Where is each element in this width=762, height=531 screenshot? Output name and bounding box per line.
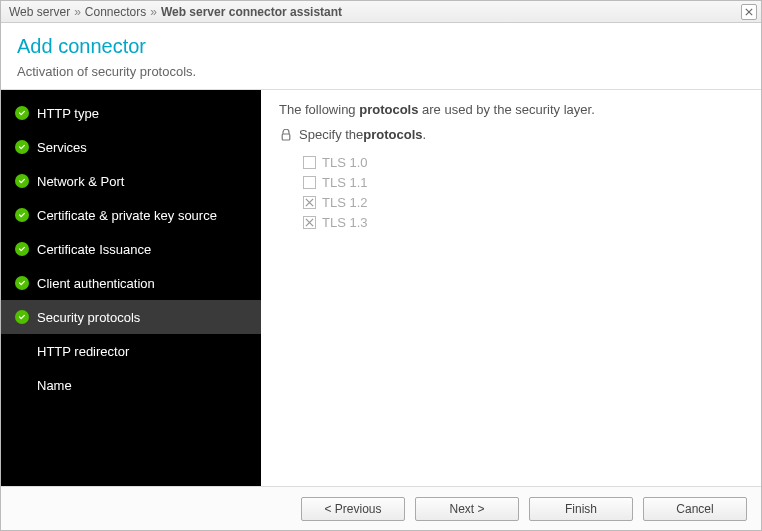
- sidebar-item-http-redirector[interactable]: HTTP redirector: [1, 334, 261, 368]
- protocol-option-label: TLS 1.2: [322, 195, 368, 210]
- page-subtitle: Activation of security protocols.: [17, 64, 745, 79]
- content: The following protocols are used by the …: [261, 90, 761, 486]
- spec-a: Specify the: [299, 127, 363, 142]
- page-title: Add connector: [17, 35, 745, 58]
- sidebar-item-label: Network & Port: [37, 174, 124, 189]
- spec-b: protocols: [363, 127, 422, 142]
- checkbox-icon: [303, 216, 316, 229]
- sidebar-item-certificate-private-key-source[interactable]: Certificate & private key source: [1, 198, 261, 232]
- checkbox-icon: [303, 196, 316, 209]
- intro-line: The following protocols are used by the …: [279, 102, 743, 117]
- protocol-option-label: TLS 1.0: [322, 155, 368, 170]
- protocol-option-tls-1-2[interactable]: TLS 1.2: [303, 192, 743, 212]
- body: HTTP typeServicesNetwork & PortCertifica…: [1, 90, 761, 486]
- sidebar-item-label: Services: [37, 140, 87, 155]
- finish-button[interactable]: Finish: [529, 497, 633, 521]
- sidebar-item-label: Client authentication: [37, 276, 155, 291]
- sidebar-item-http-type[interactable]: HTTP type: [1, 96, 261, 130]
- header: Add connector Activation of security pro…: [1, 23, 761, 90]
- intro-c: are used by the security layer.: [418, 102, 594, 117]
- sidebar-item-security-protocols[interactable]: Security protocols: [1, 300, 261, 334]
- titlebar: Web server » Connectors » Web server con…: [1, 1, 761, 23]
- breadcrumb-a: Web server: [9, 5, 70, 19]
- previous-button[interactable]: < Previous: [301, 497, 405, 521]
- sidebar-item-label: Security protocols: [37, 310, 140, 325]
- breadcrumb-sep: »: [74, 5, 81, 19]
- sidebar-item-services[interactable]: Services: [1, 130, 261, 164]
- sidebar-item-network-port[interactable]: Network & Port: [1, 164, 261, 198]
- check-circle-icon: [13, 242, 31, 256]
- close-icon: [745, 8, 753, 16]
- specify-line: Specify the protocols.: [279, 127, 743, 142]
- protocol-option-tls-1-1[interactable]: TLS 1.1: [303, 172, 743, 192]
- close-button[interactable]: [741, 4, 757, 20]
- check-circle-icon: [13, 174, 31, 188]
- sidebar-item-name[interactable]: Name: [1, 368, 261, 402]
- lock-icon: [279, 129, 293, 141]
- sidebar-item-label: Certificate & private key source: [37, 208, 217, 223]
- sidebar-item-label: HTTP type: [37, 106, 99, 121]
- breadcrumb-b: Connectors: [85, 5, 146, 19]
- sidebar-item-label: HTTP redirector: [37, 344, 129, 359]
- sidebar: HTTP typeServicesNetwork & PortCertifica…: [1, 90, 261, 486]
- next-button[interactable]: Next >: [415, 497, 519, 521]
- check-circle-icon: [13, 106, 31, 120]
- breadcrumb-c: Web server connector assistant: [161, 5, 342, 19]
- wizard-window: Web server » Connectors » Web server con…: [0, 0, 762, 531]
- protocol-option-tls-1-3[interactable]: TLS 1.3: [303, 212, 743, 232]
- protocol-option-label: TLS 1.1: [322, 175, 368, 190]
- check-circle-icon: [13, 140, 31, 154]
- svg-rect-0: [282, 134, 290, 140]
- sidebar-item-client-authentication[interactable]: Client authentication: [1, 266, 261, 300]
- spec-c: .: [423, 127, 427, 142]
- sidebar-item-label: Name: [37, 378, 72, 393]
- footer: < Previous Next > Finish Cancel: [1, 486, 761, 530]
- check-circle-icon: [13, 208, 31, 222]
- intro-a: The following: [279, 102, 359, 117]
- protocol-option-label: TLS 1.3: [322, 215, 368, 230]
- protocol-list: TLS 1.0TLS 1.1TLS 1.2TLS 1.3: [303, 152, 743, 232]
- check-circle-icon: [13, 276, 31, 290]
- sidebar-item-label: Certificate Issuance: [37, 242, 151, 257]
- cancel-button[interactable]: Cancel: [643, 497, 747, 521]
- sidebar-item-certificate-issuance[interactable]: Certificate Issuance: [1, 232, 261, 266]
- intro-b: protocols: [359, 102, 418, 117]
- protocol-option-tls-1-0[interactable]: TLS 1.0: [303, 152, 743, 172]
- check-circle-icon: [13, 310, 31, 324]
- checkbox-icon: [303, 156, 316, 169]
- breadcrumb-sep: »: [150, 5, 157, 19]
- checkbox-icon: [303, 176, 316, 189]
